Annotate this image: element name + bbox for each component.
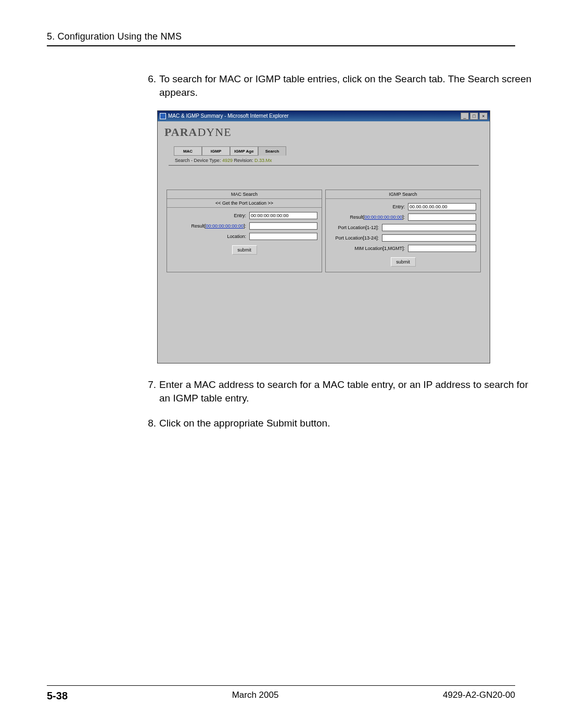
igmp-port1-label: Port Location[1-12]: [330, 225, 382, 230]
window-title: MAC & IGMP Summary - Microsoft Internet … [168, 111, 289, 121]
breadcrumb: Search - Device Type: 4929 Revision: D.3… [175, 158, 488, 163]
tab-strip: MAC IGMP IGMP Age Search [174, 146, 488, 156]
mac-submit-button[interactable]: submit [232, 245, 257, 255]
close-button[interactable]: × [479, 112, 488, 120]
minimize-button[interactable]: _ [461, 112, 469, 120]
mac-search-panel: MAC Search << Get the Port Location >> E… [167, 190, 322, 272]
window-titlebar: MAC & IGMP Summary - Microsoft Internet … [158, 111, 490, 121]
running-header: 5. Configuration Using the NMS [47, 31, 515, 42]
step-number: 6. [146, 72, 159, 99]
mac-panel-title: MAC Search [167, 190, 322, 199]
mac-result-link[interactable]: 00:00:00:00:00:00 [206, 223, 244, 229]
footer-docid: 4929-A2-GN20-00 [443, 690, 515, 702]
igmp-panel-title: IGMP Search [326, 190, 480, 199]
igmp-port2-input[interactable] [382, 234, 476, 242]
mac-result-label: Result[00:00:00:00:00:00]: [171, 223, 249, 229]
igmp-entry-input[interactable]: 00.00.00.00.00.00 [408, 203, 476, 210]
ie-icon [160, 113, 166, 119]
mac-entry-label: Entry: [171, 213, 249, 218]
page-footer: 5-38 March 2005 4929-A2-GN20-00 [47, 685, 515, 702]
tab-mac[interactable]: MAC [174, 146, 202, 156]
page-number: 5-38 [47, 690, 68, 702]
tab-igmp-age[interactable]: IGMP Age [230, 146, 258, 156]
footer-date: March 2005 [232, 690, 279, 702]
igmp-port2-label: Port Location[13-24]: [330, 235, 382, 241]
mac-result-input[interactable] [249, 222, 317, 230]
step-number: 8. [146, 417, 159, 430]
content-rule [169, 165, 479, 166]
step-8: 8. Click on the appropriate Submit butto… [146, 417, 536, 430]
maximize-button[interactable]: □ [470, 112, 478, 120]
step-text: Enter a MAC address to search for a MAC … [159, 378, 536, 405]
igmp-mim-label: MIM Location[1,MGMT]: [330, 246, 408, 251]
step-7: 7. Enter a MAC address to search for a M… [146, 378, 536, 405]
igmp-submit-button[interactable]: submit [391, 257, 416, 267]
footer-rule [47, 685, 515, 686]
igmp-result-input[interactable] [408, 214, 476, 221]
igmp-result-label: Result[00:00:00:00:00:00]: [330, 215, 408, 220]
header-rule [47, 45, 515, 46]
mac-location-label: Location: [171, 234, 249, 239]
step-text: Click on the appropriate Submit button. [159, 417, 536, 430]
tab-search[interactable]: Search [258, 146, 286, 156]
igmp-port1-input[interactable] [382, 224, 476, 231]
igmp-mim-input[interactable] [408, 245, 476, 252]
mac-panel-subtitle: << Get the Port Location >> [167, 199, 322, 208]
embedded-screenshot: MAC & IGMP Summary - Microsoft Internet … [157, 110, 490, 363]
step-6: 6. To search for MAC or IGMP table entri… [146, 72, 536, 99]
igmp-result-link[interactable]: 00:00:00:00:00:00 [364, 215, 402, 220]
step-number: 7. [146, 378, 159, 405]
paradyne-logo: PARADYNE [159, 121, 488, 143]
tab-igmp[interactable]: IGMP [202, 146, 230, 156]
igmp-search-panel: IGMP Search Entry: 00.00.00.00.00.00 Res… [325, 190, 481, 272]
mac-location-input[interactable] [249, 233, 317, 240]
mac-entry-input[interactable]: 00:00:00:00:00:00 [249, 212, 317, 219]
step-text: To search for MAC or IGMP table entries,… [159, 72, 536, 99]
igmp-entry-label: Entry: [330, 204, 408, 209]
